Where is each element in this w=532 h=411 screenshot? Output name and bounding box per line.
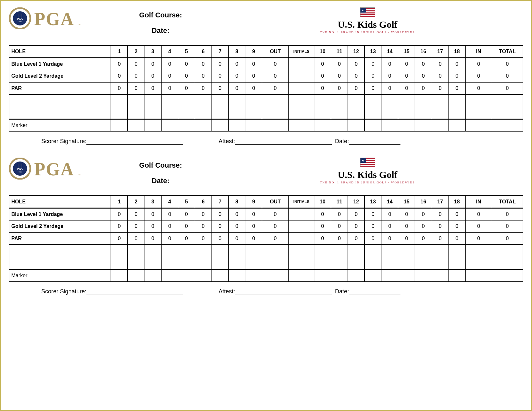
col-h11: 11 (331, 45, 348, 58)
row-gold: Gold Level 2 Yardage 000000000 0 0000000… (9, 220, 523, 232)
col-h6: 6 (195, 196, 212, 208)
col-h14: 14 (381, 45, 398, 58)
cell-out: 0 (262, 58, 289, 70)
col-h11: 11 (331, 196, 348, 208)
row-label: Blue Level 1 Yardage (9, 208, 111, 220)
cell: 0 (178, 58, 195, 70)
attest-label: Attest: (219, 288, 235, 295)
uskids-title: U.S. Kids Golf (212, 169, 523, 180)
col-h18: 18 (448, 45, 465, 58)
marker-label: Marker (9, 269, 111, 281)
col-h1: 1 (111, 196, 128, 208)
col-h8: 8 (228, 45, 245, 58)
cell-out: 0 (262, 70, 289, 82)
attest-line[interactable] (235, 144, 332, 145)
attest-label: Attest: (219, 138, 235, 145)
cell: 0 (195, 58, 212, 70)
row-label: Blue Level 1 Yardage (9, 58, 111, 70)
cell: 0 (415, 220, 432, 232)
row-blank-2 (9, 107, 523, 119)
col-h7: 7 (212, 45, 228, 58)
row-blank-1 (9, 245, 523, 257)
col-h2: 2 (128, 196, 144, 208)
col-h13: 13 (365, 196, 381, 208)
scorer-sig-line[interactable] (86, 144, 183, 145)
cell-in: 0 (465, 70, 492, 82)
row-label: PAR (9, 232, 111, 245)
cell: 0 (195, 70, 212, 82)
sig-date-label: Date: (335, 288, 349, 295)
pga-seal-icon: PGA 1916 (9, 7, 31, 31)
cell: 0 (331, 70, 348, 82)
cell: 0 (161, 70, 178, 82)
cell: 0 (365, 232, 381, 245)
cell-out: 0 (262, 208, 289, 220)
cell-total: 0 (492, 232, 523, 245)
date-label: Date: (109, 23, 212, 38)
col-initials: INITIALS (289, 45, 314, 58)
cell: 0 (144, 70, 161, 82)
cell-out: 0 (262, 220, 289, 232)
col-h16: 16 (415, 196, 432, 208)
cell: 0 (415, 82, 432, 94)
cell: 0 (245, 70, 262, 82)
cell: 0 (228, 220, 245, 232)
col-h10: 10 (314, 196, 331, 208)
pga-brand: PGA 1916 PGA ™ (9, 7, 109, 31)
sig-date-line[interactable] (349, 295, 400, 295)
scorecard-table: HOLE 1 2 3 4 5 6 7 8 9 OUT INITIALS 10 1… (9, 45, 523, 132)
row-blue: Blue Level 1 Yardage 000000000 0 0000000… (9, 208, 523, 220)
cell: 0 (228, 82, 245, 94)
col-h15: 15 (398, 45, 415, 58)
cell-initials[interactable] (289, 58, 314, 70)
cell: 0 (331, 58, 348, 70)
cell-total: 0 (492, 82, 523, 94)
cell-initials[interactable] (289, 70, 314, 82)
card-header: PGA 1916 PGA ™ Golf Course: Date: ★ U.S.… (9, 7, 523, 39)
pga-seal-icon: PGA 1916 (9, 158, 31, 181)
cell: 0 (245, 220, 262, 232)
sig-date-line[interactable] (349, 144, 400, 145)
cell: 0 (381, 220, 398, 232)
cell: 0 (448, 208, 465, 220)
attest-line[interactable] (235, 295, 332, 295)
course-info: Golf Course: Date: (109, 7, 212, 39)
cell: 0 (178, 208, 195, 220)
cell-initials[interactable] (289, 220, 314, 232)
cell: 0 (448, 58, 465, 70)
cell: 0 (314, 220, 331, 232)
cell-initials[interactable] (289, 82, 314, 94)
header-row: HOLE 123456789 OUTINITIALS 1011121314151… (9, 196, 523, 208)
cell: 0 (195, 220, 212, 232)
card-header: PGA 1916 PGA ™ Golf Course: Date: ★ U.S.… (9, 158, 523, 189)
cell: 0 (314, 232, 331, 245)
scorecard-table: HOLE 123456789 OUTINITIALS 1011121314151… (9, 195, 523, 282)
cell-initials[interactable] (289, 232, 314, 245)
cell: 0 (228, 232, 245, 245)
scorer-sig-line[interactable] (86, 295, 183, 295)
row-blank-1 (9, 94, 523, 107)
sig-date-label: Date: (335, 138, 349, 145)
cell: 0 (111, 232, 128, 245)
golf-course-label: Golf Course: (109, 7, 212, 23)
cell: 0 (365, 82, 381, 94)
cell-initials[interactable] (289, 208, 314, 220)
col-h16: 16 (415, 45, 432, 58)
col-h12: 12 (348, 45, 365, 58)
cell: 0 (415, 208, 432, 220)
col-total: TOTAL (492, 196, 523, 208)
cell: 0 (128, 58, 144, 70)
date-label: Date: (109, 173, 212, 189)
col-h1: 1 (111, 45, 128, 58)
row-label: Gold Level 2 Yardage (9, 220, 111, 232)
cell: 0 (228, 208, 245, 220)
signature-row: Scorer Signature: Attest: Date: (9, 132, 523, 148)
cell: 0 (348, 208, 365, 220)
svg-text:1916: 1916 (18, 21, 22, 23)
cell: 0 (381, 232, 398, 245)
cell: 0 (144, 220, 161, 232)
cell: 0 (348, 70, 365, 82)
col-h5: 5 (178, 196, 195, 208)
cell: 0 (432, 220, 448, 232)
pga-wordmark: PGA (34, 159, 74, 180)
